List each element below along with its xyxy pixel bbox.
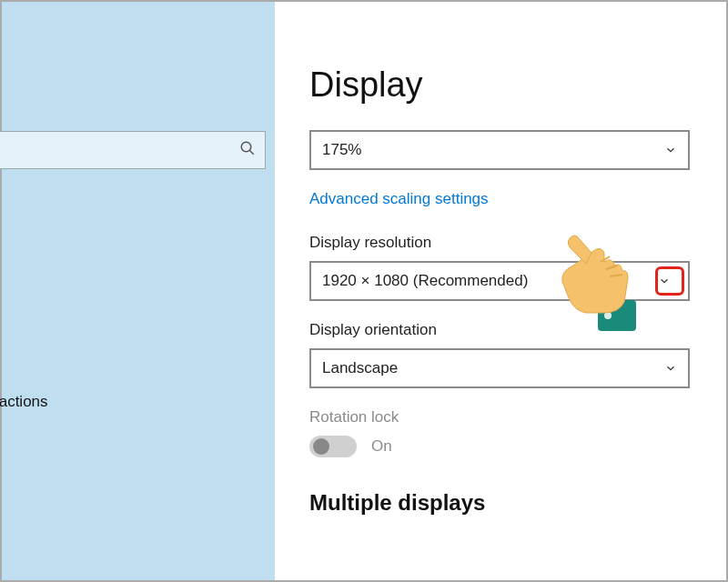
sidebar-item-label: tions & actions bbox=[0, 393, 48, 410]
scale-dropdown[interactable]: 175% bbox=[309, 130, 690, 170]
chevron-down-icon bbox=[658, 275, 671, 287]
settings-sidebar: tions & actions ssist sleep bbox=[2, 2, 275, 580]
sidebar-item-notifications[interactable]: tions & actions bbox=[0, 378, 275, 426]
resolution-value: 1920 × 1080 (Recommended) bbox=[322, 272, 528, 290]
sidebar-items: tions & actions ssist sleep bbox=[2, 378, 275, 520]
toggle-knob bbox=[313, 438, 329, 455]
svg-point-0 bbox=[241, 142, 251, 152]
resolution-dropdown[interactable]: 1920 × 1080 (Recommended) bbox=[309, 261, 690, 301]
settings-main: Display 175% Advanced scaling settings D… bbox=[275, 2, 726, 580]
search-input-container[interactable] bbox=[0, 131, 266, 169]
chevron-down-icon bbox=[664, 362, 677, 375]
chevron-down-icon bbox=[664, 144, 677, 156]
resolution-label: Display resolution bbox=[309, 234, 690, 252]
scale-value: 175% bbox=[322, 141, 361, 159]
page-title: Display bbox=[309, 65, 690, 105]
orientation-label: Display orientation bbox=[309, 321, 690, 339]
search-input[interactable] bbox=[0, 141, 239, 159]
svg-point-3 bbox=[604, 312, 612, 319]
svg-line-1 bbox=[249, 150, 254, 155]
search-icon bbox=[239, 140, 256, 161]
advanced-scaling-link[interactable]: Advanced scaling settings bbox=[309, 190, 489, 208]
rotation-lock-toggle[interactable] bbox=[309, 436, 357, 457]
rotation-lock-label: Rotation lock bbox=[309, 408, 690, 426]
orientation-value: Landscape bbox=[322, 359, 398, 377]
rotation-lock-state: On bbox=[371, 437, 392, 456]
orientation-dropdown[interactable]: Landscape bbox=[309, 348, 690, 388]
settings-window: tions & actions ssist sleep Display 175%… bbox=[0, 0, 728, 582]
multiple-displays-heading: Multiple displays bbox=[309, 490, 690, 516]
sidebar-item-assist[interactable]: ssist bbox=[0, 426, 275, 473]
sidebar-item-sleep[interactable]: sleep bbox=[0, 473, 275, 520]
